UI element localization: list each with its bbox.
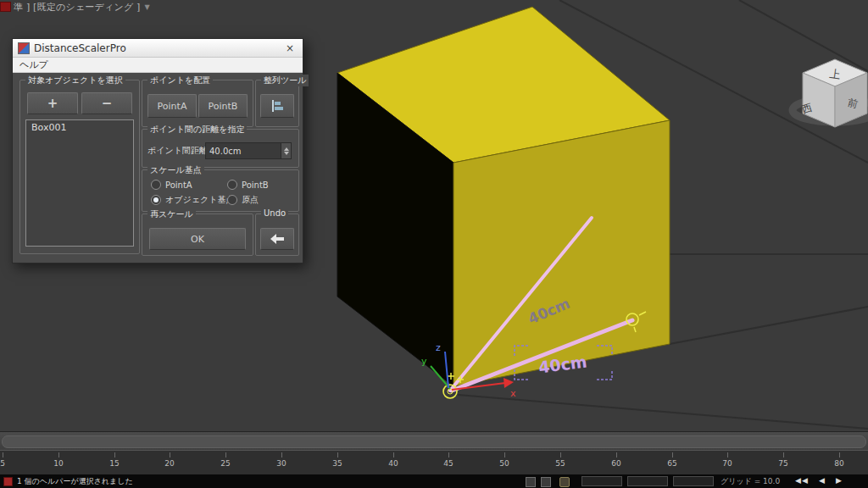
previous-frame-button[interactable]: ◀ xyxy=(819,476,826,485)
point-b-button[interactable]: PointB xyxy=(198,94,248,118)
ruler-tick: 60 xyxy=(604,459,629,468)
time-slider-track[interactable] xyxy=(0,431,868,450)
undo-arrow-icon xyxy=(269,233,286,245)
distance-field[interactable]: 40.0cm xyxy=(205,142,292,159)
distance-scaler-dialog: DistanceScalerPro × ヘルプ 対象オブジェクトを選択 + − … xyxy=(12,38,303,263)
viewcube[interactable]: 上 西 前 xyxy=(800,59,867,127)
group-caption: 再スケール xyxy=(147,208,196,220)
coord-z-field[interactable] xyxy=(673,476,714,486)
dialog-body: 対象オブジェクトを選択 + − Box001 ポイントを配置 PointA Po… xyxy=(13,73,303,263)
radio-label: PointA xyxy=(165,180,192,190)
ruler-tick: 65 xyxy=(659,459,685,468)
coord-x-field[interactable] xyxy=(581,476,622,486)
ruler-tick: 10 xyxy=(46,459,71,468)
radio-label: PointB xyxy=(242,180,269,190)
status-message: 1 個のヘルパーが選択されました xyxy=(17,476,133,487)
radio-dot[interactable] xyxy=(151,195,161,205)
play-button[interactable]: ▶ xyxy=(836,476,843,485)
list-item[interactable]: Box001 xyxy=(26,120,133,135)
dialog-menubar: ヘルプ xyxy=(13,58,303,73)
status-icon xyxy=(3,477,13,486)
ruler-tick: 40 xyxy=(381,459,406,468)
group-caption: スケール基点 xyxy=(147,164,204,176)
viewcube-top-label: 上 xyxy=(829,67,842,81)
radio-label: オブジェクト基点 xyxy=(165,194,234,206)
ruler-tick: 20 xyxy=(157,459,182,468)
radio-object-base[interactable]: オブジェクト基点 xyxy=(151,194,234,206)
go-to-start-button[interactable]: ◀◀ xyxy=(795,476,809,485)
object-list[interactable]: Box001 xyxy=(25,119,134,247)
ruler-tick: 50 xyxy=(492,459,517,468)
group-caption: ポイント間の距離を指定 xyxy=(147,124,247,136)
chevron-down-icon[interactable]: ▼ xyxy=(145,3,150,11)
group-undo: Undo xyxy=(255,214,299,256)
group-place-points: ポイントを配置 PointA PointB xyxy=(142,80,253,127)
spinner-arrows[interactable] xyxy=(281,143,291,158)
group-caption: 対象オブジェクトを選択 xyxy=(25,75,125,86)
ruler-tick: 75 xyxy=(771,459,796,468)
ruler-tick: 55 xyxy=(548,459,573,468)
undo-button[interactable] xyxy=(260,228,294,250)
distance-value[interactable]: 40.0cm xyxy=(206,143,281,158)
box-object[interactable] xyxy=(337,7,670,386)
dialog-app-icon xyxy=(18,42,30,54)
radio-dot[interactable] xyxy=(227,195,237,205)
status-bar: 1 個のヘルパーが選択されました グリッド = 10.0 ◀◀ ◀ ▶ xyxy=(0,474,868,488)
statusbar-icon[interactable] xyxy=(541,477,551,487)
align-icon xyxy=(270,99,285,113)
ruler-tick: 15 xyxy=(102,459,127,468)
group-distance: ポイント間の距離を指定 ポイント間距離 40.0cm xyxy=(142,129,299,168)
radio-origin[interactable]: 原点 xyxy=(227,194,259,206)
point-a-button[interactable]: PointA xyxy=(147,94,197,118)
radio-dot[interactable] xyxy=(227,180,237,190)
axis-x-label: x xyxy=(510,388,516,399)
ruler-tick: 30 xyxy=(269,459,294,468)
align-tool-button[interactable] xyxy=(260,94,294,118)
close-icon[interactable]: × xyxy=(282,42,298,54)
ruler-tick: 25 xyxy=(213,459,238,468)
timeline-ruler[interactable]: 5 10 15 20 25 30 35 40 45 50 55 60 65 70… xyxy=(0,450,868,474)
axis-y-label: y xyxy=(421,356,427,367)
group-rescale: 再スケール OK xyxy=(142,214,253,256)
radio-point-a[interactable]: PointA xyxy=(151,180,192,190)
radio-point-b[interactable]: PointB xyxy=(227,180,269,190)
viewport-header: 準 ] [既定のシェーディング ] ▼ xyxy=(0,0,150,14)
group-caption: Undo xyxy=(261,208,288,218)
ruler-tick: 80 xyxy=(826,459,852,468)
dialog-title: DistanceScalerPro xyxy=(34,42,282,54)
menu-help[interactable]: ヘルプ xyxy=(19,58,48,71)
ruler-tick: 45 xyxy=(436,459,461,468)
group-scale-base: スケール基点 PointA PointB オブジェクト基点 原点 xyxy=(142,169,299,212)
selection-lock-icon[interactable] xyxy=(559,477,570,487)
statusbar-icon[interactable] xyxy=(526,477,536,487)
add-object-button[interactable]: + xyxy=(27,92,78,114)
time-slider[interactable] xyxy=(2,435,866,448)
grid-size-label: グリッド = 10.0 xyxy=(721,476,780,487)
group-select-object: 対象オブジェクトを選択 + − Box001 xyxy=(19,80,140,254)
ruler-tick: 70 xyxy=(715,459,740,468)
max-viewport-window: 40cm 40cm x y z 上 西 xyxy=(0,0,868,488)
viewport-menu-icon-partial[interactable] xyxy=(0,2,11,12)
dialog-titlebar[interactable]: DistanceScalerPro × xyxy=(13,39,303,58)
viewport-shading-label[interactable]: 準 ] [既定のシェーディング ] xyxy=(14,1,141,14)
group-align-tool: 整列ツール xyxy=(255,80,299,127)
radio-label: 原点 xyxy=(242,194,259,206)
coord-y-field[interactable] xyxy=(627,476,668,486)
axis-z-label: z xyxy=(436,342,441,353)
ruler-tick: 5 xyxy=(0,459,15,468)
remove-object-button[interactable]: − xyxy=(81,92,132,114)
ruler-tick: 35 xyxy=(325,459,350,468)
radio-dot[interactable] xyxy=(151,180,161,190)
distance-field-label: ポイント間距離 xyxy=(147,145,208,157)
group-caption: 整列ツール xyxy=(261,75,309,86)
group-caption: ポイントを配置 xyxy=(147,75,213,86)
ok-button[interactable]: OK xyxy=(149,228,246,250)
